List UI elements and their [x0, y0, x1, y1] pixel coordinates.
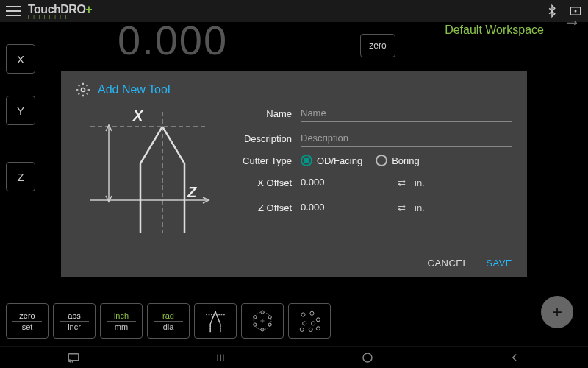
home-icon[interactable] — [361, 351, 374, 364]
x-offset-input[interactable] — [301, 174, 389, 191]
svg-point-9 — [301, 313, 305, 316]
android-navbar — [0, 346, 588, 368]
tool-button[interactable] — [194, 303, 237, 339]
label: set — [22, 322, 33, 331]
main-area: 0.000 Default Workspace → X Y Z zero zer… — [0, 22, 588, 346]
label: incr — [68, 322, 81, 331]
readout-value: 0.000 — [118, 16, 228, 64]
add-tool-dialog: Add New Tool X Z — [61, 71, 527, 277]
tool-diagram: X Z — [76, 105, 223, 237]
gear-icon — [76, 82, 90, 97]
radio-label: Boring — [392, 155, 420, 166]
swap-icon[interactable]: ⇄ — [398, 177, 406, 188]
name-input[interactable] — [301, 105, 512, 122]
fab-add-button[interactable]: + — [541, 296, 573, 328]
svg-point-11 — [316, 318, 320, 322]
diagram-z-label: Z — [187, 184, 197, 200]
rad-dia-button[interactable]: rad dia — [147, 303, 190, 339]
forward-arrow-icon[interactable]: → — [563, 12, 581, 32]
axis-x-button[interactable]: X — [6, 44, 35, 74]
svg-rect-22 — [68, 353, 79, 360]
logo-plus: + — [85, 3, 92, 15]
svg-point-26 — [363, 353, 372, 362]
radio-boring[interactable]: Boring — [376, 155, 420, 166]
axis-y-button[interactable]: Y — [6, 96, 35, 125]
unit-label: in. — [415, 177, 425, 188]
zero-set-button[interactable]: zero set — [6, 303, 49, 339]
x-offset-label: X Offset — [234, 177, 301, 188]
svg-point-15 — [309, 328, 312, 331]
app-logo: TouchDRO+ | | | | | | | | | — [28, 3, 92, 19]
workspace-title[interactable]: Default Workspace — [445, 24, 544, 37]
label: abs — [68, 311, 81, 320]
svg-point-16 — [316, 327, 320, 330]
svg-point-7 — [254, 323, 257, 326]
z-offset-label: Z Offset — [234, 202, 301, 213]
logo-text: TouchDRO — [28, 3, 85, 15]
recent-apps-icon[interactable] — [214, 351, 227, 364]
svg-point-12 — [303, 322, 306, 325]
bolt-circle-icon — [250, 308, 275, 333]
dialog-title: Add New Tool — [98, 83, 170, 96]
svg-point-17 — [82, 88, 85, 92]
label: dia — [163, 322, 174, 331]
save-button[interactable]: SAVE — [486, 258, 512, 269]
description-input[interactable] — [301, 130, 512, 147]
description-label: Description — [234, 133, 301, 144]
hole-grid-button[interactable] — [288, 303, 331, 339]
svg-point-10 — [310, 311, 314, 315]
label: inch — [114, 311, 129, 320]
radio-od-facing[interactable]: OD/Facing — [301, 155, 362, 166]
label: mm — [115, 322, 128, 331]
radio-dot-icon — [376, 155, 387, 166]
cancel-button[interactable]: CANCEL — [428, 258, 469, 269]
label: rad — [162, 311, 174, 320]
dialog-scrim: Add New Tool X Z — [0, 44, 588, 324]
cutter-type-label: Cutter Type — [234, 155, 301, 166]
name-label: Name — [234, 108, 301, 119]
svg-point-4 — [268, 316, 271, 319]
svg-point-13 — [312, 322, 315, 325]
unit-label: in. — [415, 202, 425, 213]
zero-button-small[interactable]: zero — [360, 34, 395, 57]
hamburger-menu-icon[interactable] — [6, 6, 21, 16]
back-icon[interactable] — [508, 351, 521, 364]
top-toolbar: TouchDRO+ | | | | | | | | | — [0, 0, 588, 22]
svg-point-8 — [254, 316, 257, 319]
tool-icon — [203, 308, 228, 333]
radio-dot-icon — [301, 155, 312, 166]
diagram-x-label: X — [132, 107, 144, 124]
bluetooth-icon[interactable] — [545, 4, 559, 18]
hole-grid-icon — [297, 308, 322, 333]
axis-z-button[interactable]: Z — [6, 162, 35, 191]
swap-icon[interactable]: ⇄ — [398, 202, 406, 213]
label: zero — [19, 311, 35, 320]
z-offset-input[interactable] — [301, 199, 389, 216]
bolt-circle-button[interactable] — [241, 303, 284, 339]
inch-mm-button[interactable]: inch mm — [100, 303, 143, 339]
svg-point-14 — [300, 328, 304, 331]
cast-icon[interactable] — [67, 351, 80, 364]
radio-label: OD/Facing — [317, 155, 362, 166]
tool-form: Name Description Cutter Type OD/Facing B… — [234, 105, 512, 237]
abs-incr-button[interactable]: abs incr — [53, 303, 96, 339]
bottom-toolbar: zero set abs incr inch mm rad dia — [6, 303, 331, 339]
